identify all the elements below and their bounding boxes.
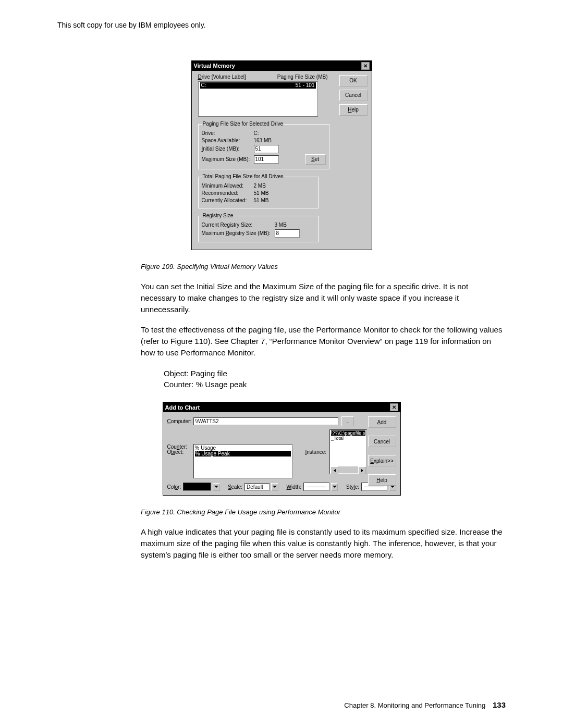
figure-110-wrap: Add to Chart ✕ Add Cancel Explain>> Help…	[57, 400, 506, 496]
drive-cell: C:	[201, 82, 206, 89]
range-cell: 51 - 101	[296, 82, 315, 89]
cancel-button[interactable]: Cancel	[339, 90, 368, 101]
counter-label: Counter:	[167, 444, 193, 450]
min-label: Minimum Allowed:	[202, 183, 254, 189]
max-size-label: Maximum Size (MB):	[202, 156, 254, 163]
color-dropdown[interactable]	[183, 483, 211, 491]
min-value: 2 MB	[254, 183, 266, 189]
vm-title: Virtual Memory	[194, 63, 235, 69]
footer-chapter: Chapter 8. Monitoring and Performance Tu…	[344, 701, 485, 709]
paragraph-2: To test the effectiveness of the paging …	[141, 324, 506, 358]
instance-label: Instance:	[305, 449, 327, 455]
add-to-chart-dialog: Add to Chart ✕ Add Cancel Explain>> Help…	[163, 402, 401, 496]
browse-button[interactable]: ...	[341, 416, 354, 426]
vm-titlebar: Virtual Memory ✕	[192, 61, 372, 71]
figure-110-caption: Figure 110. Checking Page File Usage usi…	[141, 508, 506, 516]
initial-size-label: Initial Size (MB):	[202, 146, 254, 152]
drive-col-label: Drive [Volume Label]	[198, 74, 246, 80]
page: This soft copy for use by IBM employees …	[0, 0, 563, 728]
style-label: Style:	[346, 484, 359, 490]
reg-max-label: Maximum Registry Size (MB):	[202, 230, 275, 237]
figure-109-wrap: Virtual Memory ✕ OK Cancel Help Drive [V…	[57, 60, 506, 250]
scale-label: Scale:	[228, 484, 242, 490]
page-footer: Chapter 8. Monitoring and Performance Tu…	[344, 700, 506, 709]
cur-value: 51 MB	[254, 198, 269, 204]
help-button[interactable]: Help	[339, 104, 368, 116]
close-icon[interactable]: ✕	[390, 403, 398, 411]
group-registry: Registry Size Current Registry Size:3 MB…	[198, 213, 319, 242]
drive-row-selected[interactable]: C: 51 - 101	[200, 82, 316, 89]
counter-item-usage-peak[interactable]: % Usage Peak	[195, 451, 291, 456]
group-registry-legend: Registry Size	[202, 213, 235, 219]
scroll-left-icon[interactable]	[331, 466, 338, 474]
drive-value: C:	[254, 130, 259, 137]
rec-label: Recommended:	[202, 190, 254, 196]
rec-value: 51 MB	[254, 190, 269, 196]
group-selected-legend: Paging File Size for Selected Drive	[202, 121, 285, 127]
reg-cur-label: Current Registry Size:	[202, 222, 275, 228]
indent-line-1: Object: Paging file	[164, 368, 506, 379]
instance-item-selected[interactable]: \??\C:\pagefile.s	[331, 430, 365, 436]
addchart-button-column: Add Cancel Explain>> Help	[368, 416, 396, 488]
color-label: Color:	[167, 484, 181, 490]
scroll-right-icon[interactable]	[358, 466, 366, 474]
counter-spec-block: Object: Paging file Counter: % Usage pea…	[164, 368, 506, 391]
set-button[interactable]: Set	[305, 154, 326, 165]
paragraph-1: You can set the Initial Size and the Max…	[141, 281, 506, 315]
close-icon[interactable]: ✕	[361, 62, 370, 70]
drive-label: Drive:	[202, 130, 254, 137]
reg-max-input[interactable]: 8	[275, 229, 300, 238]
ok-button[interactable]: OK	[339, 75, 368, 87]
reg-cur-value: 3 MB	[275, 222, 287, 228]
computer-input[interactable]: \\WATTS2	[193, 417, 338, 425]
figure-109-caption: Figure 109. Specifying Virtual Memory Va…	[141, 263, 506, 270]
computer-label: Computer:	[167, 418, 193, 424]
virtual-memory-dialog: Virtual Memory ✕ OK Cancel Help Drive [V…	[191, 60, 372, 250]
page-number: 133	[493, 700, 506, 709]
space-value: 163 MB	[254, 138, 272, 144]
chevron-down-icon[interactable]	[271, 483, 278, 491]
vm-button-column: OK Cancel Help	[339, 75, 368, 118]
group-total: Total Paging File Size for All Drives Mi…	[198, 174, 319, 208]
cur-label: Currently Allocated:	[202, 198, 254, 204]
space-label: Space Available:	[202, 138, 254, 144]
drive-listbox[interactable]: C: 51 - 101	[198, 81, 318, 117]
width-dropdown[interactable]	[303, 483, 329, 491]
chevron-down-icon[interactable]	[331, 483, 338, 491]
addchart-titlebar: Add to Chart ✕	[163, 402, 400, 412]
paragraph-3: A high value indicates that your paging …	[141, 526, 506, 560]
group-selected-drive: Paging File Size for Selected Drive Driv…	[198, 121, 329, 169]
chart-format-row: Color: Scale: Default Width: Style:	[167, 483, 396, 491]
group-total-legend: Total Paging File Size for All Drives	[202, 174, 285, 180]
counter-listbox[interactable]: % Usage % Usage Peak	[193, 444, 292, 478]
indent-line-2: Counter: % Usage peak	[164, 379, 506, 390]
add-button[interactable]: Add	[368, 416, 396, 428]
max-size-input[interactable]: 101	[254, 155, 279, 164]
scale-dropdown[interactable]: Default	[244, 483, 270, 491]
scrollbar[interactable]	[331, 466, 366, 473]
counter-item-usage[interactable]: % Usage	[195, 445, 291, 451]
width-label: Width:	[286, 484, 301, 490]
help-button[interactable]: Help	[368, 474, 396, 486]
chevron-down-icon[interactable]	[213, 483, 220, 491]
object-label: Object:	[167, 449, 193, 455]
initial-size-input[interactable]: 51	[254, 145, 279, 153]
header-note: This soft copy for use by IBM employees …	[57, 21, 506, 29]
explain-button[interactable]: Explain>>	[368, 455, 396, 466]
instance-item-total[interactable]: _Total	[331, 436, 365, 441]
instance-listbox[interactable]: \??\C:\pagefile.s _Total	[329, 429, 367, 474]
cancel-button[interactable]: Cancel	[368, 436, 396, 447]
addchart-title: Add to Chart	[165, 404, 200, 411]
paging-col-label: Paging File Size (MB)	[277, 74, 328, 80]
